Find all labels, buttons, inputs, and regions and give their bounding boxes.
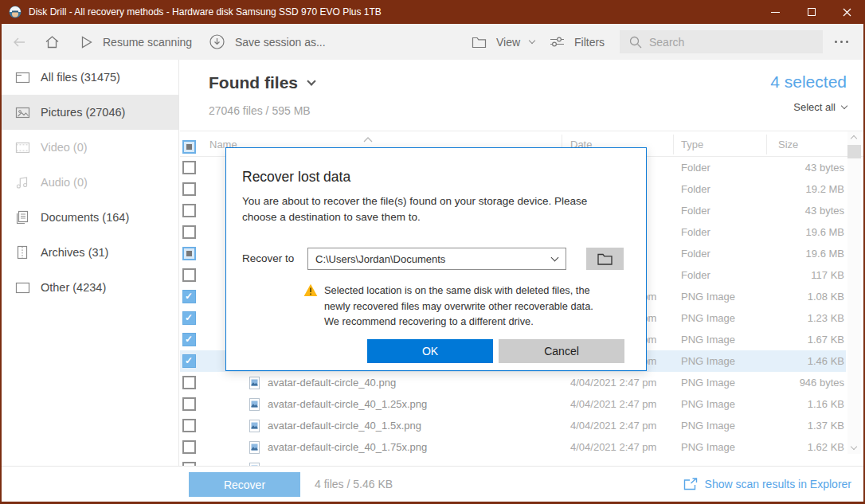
table-row[interactable]: avatar-default-circle_40.png4/04/2021 2:… (180, 372, 846, 393)
sidebar-item-all-files[interactable]: All files (31475) (2, 60, 178, 95)
sidebar-item-label: Pictures (27046) (41, 106, 125, 119)
file-date: 4/04/2021 2:47 pm (570, 372, 656, 393)
row-checkbox-unchecked[interactable] (182, 419, 196, 432)
cancel-button[interactable]: Cancel (499, 339, 624, 363)
row-checkbox-unchecked[interactable] (182, 376, 196, 389)
file-type: Folder (681, 200, 710, 221)
home-icon (45, 35, 60, 49)
file-size: 1.23 KB (738, 307, 844, 329)
destination-path: C:\Users\Jordan\Documents (315, 253, 445, 265)
select-all-label: Select all (793, 101, 836, 113)
more-options-button[interactable] (835, 24, 848, 60)
sidebar-item-label: Other (4234) (41, 281, 106, 294)
file-image-icon (249, 420, 260, 436)
file-type: PNG Image (681, 436, 735, 458)
row-checkbox-unchecked[interactable] (182, 225, 196, 239)
file-image-icon (249, 441, 260, 457)
save-session-label: Save session as... (235, 36, 326, 49)
sidebar-item-archives[interactable]: Archives (31) (2, 235, 178, 270)
show-in-explorer-link[interactable]: Show scan results in Explorer (683, 467, 851, 502)
column-header-size[interactable]: Size (778, 139, 798, 150)
table-row[interactable]: avatar-default-circle_40_1.25x.png4/04/2… (180, 393, 846, 415)
save-session-button[interactable]: Save session as... (209, 24, 326, 60)
row-checkbox-unchecked[interactable] (182, 397, 196, 411)
sidebar-item-label: Documents (164) (41, 211, 129, 224)
row-checkbox-checked[interactable] (182, 354, 196, 368)
window-title: Disk Drill - All recovery methods - Hard… (29, 0, 382, 24)
row-checkbox-checked[interactable] (182, 290, 196, 303)
search-icon (629, 36, 642, 49)
search-box[interactable] (620, 30, 823, 53)
close-button[interactable] (829, 0, 865, 24)
sidebar-item-label: Audio (0) (41, 176, 88, 189)
row-checkbox-checked[interactable] (182, 311, 196, 325)
scroll-up-icon[interactable] (851, 135, 857, 142)
row-checkbox-checked[interactable] (182, 333, 196, 346)
titlebar[interactable]: Disk Drill - All recovery methods - Hard… (0, 0, 865, 24)
maximize-button[interactable] (793, 0, 829, 24)
sidebar-item-label: Archives (31) (41, 246, 108, 259)
pictures-icon (14, 104, 30, 120)
back-button[interactable] (11, 24, 27, 60)
file-size: 19.6 MB (738, 243, 844, 264)
found-files-dropdown[interactable]: Found files (209, 73, 315, 92)
table-row[interactable] (180, 458, 846, 466)
folder-icon (472, 36, 487, 49)
table-row[interactable]: avatar-default-circle_40_1.5x.png4/04/20… (180, 415, 846, 436)
column-header-type[interactable]: Type (681, 139, 703, 150)
row-checkbox-unchecked[interactable] (182, 440, 196, 454)
row-checkbox-unchecked[interactable] (182, 161, 196, 174)
sort-ascending-icon[interactable] (363, 131, 373, 146)
file-size: 946 bytes (738, 372, 844, 393)
chevron-down-icon (529, 37, 535, 44)
vertical-scrollbar[interactable] (847, 131, 861, 454)
sidebar-item-label: All files (31475) (41, 71, 120, 84)
footer-bar: Recover 4 files / 5.46 KB Show scan resu… (2, 466, 863, 502)
view-label: View (496, 36, 520, 49)
sidebar-item-other[interactable]: Other (4234) (2, 270, 178, 305)
sidebar: All files (31475)Pictures (27046)Video (… (2, 60, 179, 466)
file-size: 19.2 MB (738, 178, 844, 200)
file-type: PNG Image (681, 329, 735, 350)
filters-label: Filters (574, 36, 605, 49)
file-name: avatar-default-circle_40_1.25x.png (268, 393, 427, 415)
recover-dialog: Recover lost data You are about to recov… (225, 147, 647, 371)
select-all-checkbox[interactable] (182, 140, 196, 154)
sidebar-item-pictures[interactable]: Pictures (27046) (2, 95, 178, 130)
sidebar-item-video: Video (0) (2, 130, 178, 165)
file-type: Folder (681, 264, 710, 286)
scrollbar-thumb[interactable] (847, 145, 861, 158)
file-image-icon (249, 377, 260, 393)
search-input[interactable] (649, 36, 808, 49)
documents-icon (14, 209, 30, 225)
minimize-button[interactable] (757, 0, 793, 24)
file-size: 1.67 KB (738, 329, 844, 350)
resume-scanning-button[interactable]: Resume scanning (81, 24, 192, 60)
row-checkbox-unchecked[interactable] (182, 182, 196, 196)
row-checkbox-unchecked[interactable] (182, 268, 196, 282)
scroll-down-icon[interactable] (851, 443, 857, 450)
row-checkbox-indeterminate[interactable] (182, 247, 196, 260)
file-image-icon (249, 398, 260, 414)
file-size: 1.62 KB (738, 436, 844, 458)
select-all-dropdown[interactable]: Select all (793, 101, 847, 113)
recover-button[interactable]: Recover (189, 472, 300, 497)
view-dropdown[interactable]: View (472, 24, 534, 60)
file-size: 1.37 KB (738, 415, 844, 436)
table-row[interactable]: avatar-default-circle_40_1.75x.png4/04/2… (180, 436, 846, 458)
selected-count: 4 selected (770, 72, 847, 92)
file-size: 43 bytes (738, 200, 844, 221)
back-arrow-icon (11, 35, 27, 49)
selection-summary: 4 files / 5.46 KB (315, 467, 393, 502)
browse-folder-button[interactable] (586, 248, 624, 270)
home-button[interactable] (45, 24, 60, 60)
sidebar-item-documents[interactable]: Documents (164) (2, 200, 178, 235)
dialog-body-text: You are about to recover the file(s) fou… (242, 193, 637, 225)
destination-combobox[interactable]: C:\Users\Jordan\Documents (307, 248, 566, 270)
file-size: 1.16 KB (738, 393, 844, 415)
file-size: 43 bytes (738, 157, 844, 178)
ok-button[interactable]: OK (367, 339, 493, 363)
filters-button[interactable]: Filters (550, 24, 605, 60)
dialog-title: Recover lost data (242, 169, 350, 186)
row-checkbox-unchecked[interactable] (182, 204, 196, 217)
